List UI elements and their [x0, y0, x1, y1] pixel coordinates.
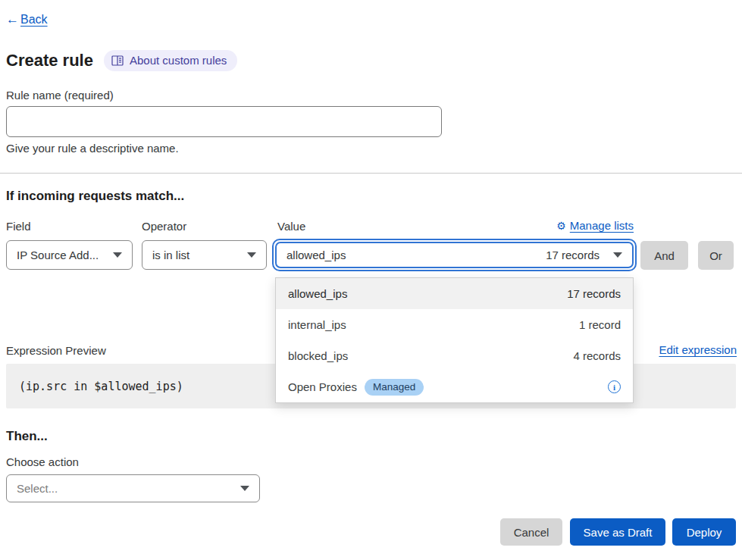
manage-lists-label: Manage lists	[570, 219, 634, 232]
value-select-value: allowed_ips	[286, 249, 346, 261]
value-select-inner: allowed_ips 17 records	[275, 242, 634, 268]
expression-code: (ip.src in $allowed_ips)	[19, 380, 183, 393]
operator-select-value: is in list	[152, 249, 189, 261]
list-item-meta: 17 records	[567, 287, 621, 300]
action-select-placeholder: Select...	[17, 482, 58, 495]
about-custom-rules-link[interactable]: About custom rules	[104, 50, 237, 71]
title-row: Create rule About custom rules	[6, 50, 237, 71]
and-button[interactable]: And	[640, 241, 688, 270]
page-title: Create rule	[6, 51, 93, 70]
list-item-meta: 1 record	[579, 318, 621, 331]
operator-column-label: Operator	[142, 220, 186, 233]
field-column-label: Field	[6, 220, 31, 233]
chevron-down-icon	[247, 252, 256, 258]
field-select-value: IP Source Add...	[17, 249, 99, 261]
or-button[interactable]: Or	[698, 241, 734, 270]
value-column-label: Value	[277, 220, 305, 233]
about-badge-label: About custom rules	[130, 54, 227, 67]
info-icon[interactable]: i	[608, 380, 621, 393]
list-item-blocked-ips[interactable]: blocked_ips 4 records	[276, 340, 633, 371]
list-item-name: allowed_ips	[288, 287, 347, 300]
section-divider	[0, 173, 742, 174]
deploy-button[interactable]: Deploy	[672, 518, 736, 546]
back-arrow-icon: ←	[6, 12, 19, 27]
back-link[interactable]: ← Back	[6, 12, 48, 27]
expression-preview-label: Expression Preview	[6, 344, 106, 357]
chevron-down-icon	[240, 486, 249, 491]
manage-lists-link[interactable]: ⚙ Manage lists	[556, 219, 634, 232]
list-item-open-proxies[interactable]: Open Proxies Managed i	[276, 371, 633, 402]
list-item-name: blocked_ips	[288, 349, 348, 362]
value-select-meta: 17 records	[546, 249, 600, 261]
cancel-button[interactable]: Cancel	[500, 518, 562, 546]
back-label: Back	[20, 13, 48, 27]
value-dropdown-list: allowed_ips 17 records internal_ips 1 re…	[275, 277, 634, 403]
value-select[interactable]: allowed_ips 17 records	[272, 239, 637, 271]
action-select[interactable]: Select...	[6, 474, 260, 502]
choose-action-label: Choose action	[6, 455, 79, 468]
field-select[interactable]: IP Source Add...	[6, 240, 133, 270]
list-item-name: internal_ips	[288, 318, 346, 331]
list-item-name: Open Proxies	[288, 380, 357, 393]
edit-expression-link[interactable]: Edit expression	[659, 343, 737, 356]
chevron-down-icon	[613, 252, 622, 258]
operator-select[interactable]: is in list	[142, 240, 267, 270]
value-select-right: 17 records	[546, 249, 622, 261]
list-item-left: Open Proxies Managed	[288, 379, 424, 396]
rule-name-input[interactable]	[6, 106, 442, 137]
create-rule-page: ← Back Create rule About custom rules Ru…	[0, 0, 742, 560]
rule-name-helper: Give your rule a descriptive name.	[6, 142, 179, 155]
chevron-down-icon	[113, 252, 122, 258]
list-item-internal-ips[interactable]: internal_ips 1 record	[276, 309, 633, 340]
list-item-meta: 4 records	[573, 349, 621, 362]
list-item-allowed-ips[interactable]: allowed_ips 17 records	[276, 278, 633, 309]
match-section-heading: If incoming requests match...	[6, 189, 184, 204]
then-section-heading: Then...	[6, 429, 48, 444]
book-icon	[111, 55, 124, 66]
managed-badge: Managed	[365, 379, 424, 396]
gear-icon: ⚙	[556, 220, 566, 232]
rule-name-label: Rule name (required)	[6, 89, 114, 102]
save-as-draft-button[interactable]: Save as Draft	[570, 518, 665, 546]
